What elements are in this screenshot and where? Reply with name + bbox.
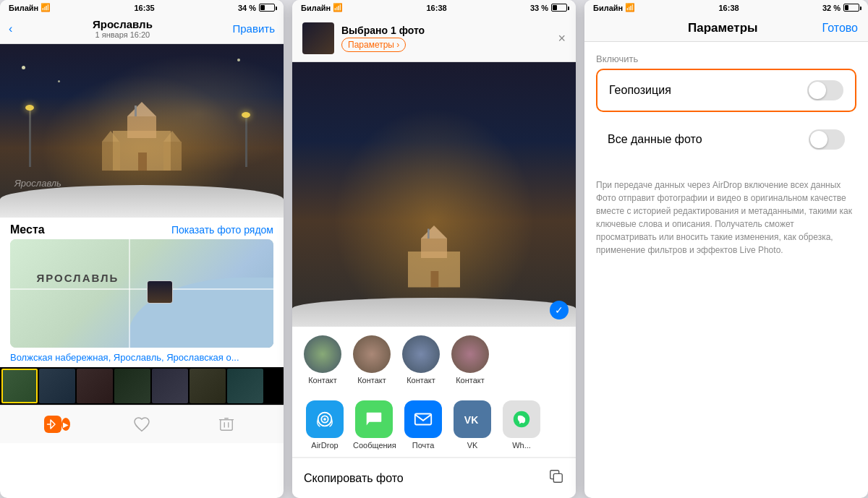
messages-svg [364,409,384,429]
carrier-3: Билайн [593,4,623,12]
map-pin-image [148,281,172,303]
avatar-3 [402,335,440,373]
mail-svg [413,409,433,429]
contact-name-1: Контакт [304,376,341,385]
all-photo-data-toggle[interactable] [809,129,845,150]
thumb-0[interactable] [1,369,38,403]
share-header: Выбрано 1 фото Параметры › × [292,15,576,62]
messages-label: Сообщения [353,441,395,450]
light-1 [22,66,25,69]
contact-2[interactable]: Контакт [353,335,391,385]
status-right-2: 33 % [530,4,567,12]
close-button[interactable]: × [558,31,566,46]
map-address[interactable]: Волжская набережная, Ярославль, Ярославс… [0,348,284,367]
map-area[interactable]: ЯРОСЛАВЛЬ [10,239,273,348]
contact-4[interactable]: Контакт [451,335,489,385]
share-icon [44,416,61,433]
geoposition-row: Геопозиция [596,69,856,112]
svg-rect-1 [127,116,156,138]
battery-fill-2 [553,5,557,10]
thumb-3[interactable] [114,369,150,403]
geoposition-label: Геопозиция [609,84,671,97]
share-svg [46,418,59,431]
app-messages[interactable]: Сообщения [353,400,395,450]
page-subtitle-1: 1 января 16:20 [93,30,153,39]
carrier-1: Билайн [9,4,38,12]
status-left-3: Билайн 📶 [593,3,635,12]
thumb-4[interactable] [152,369,188,403]
trash-icon [218,416,234,433]
lamp-post-2 [245,116,247,167]
app-more[interactable]: Wh... [501,400,542,450]
nav-bar-1: ‹ Ярославль 1 января 16:20 Править [0,15,284,44]
contact-3[interactable]: Контакт [402,335,440,385]
time-1: 16:35 [134,4,154,12]
vk-icon: VK [454,400,491,438]
map-pin [147,280,173,304]
light-3 [58,80,60,82]
thumb-2[interactable] [77,369,113,403]
back-button-1[interactable]: ‹ [9,22,12,35]
contact-name-4: Контакт [451,376,489,385]
status-left-1: Билайн 📶 [9,3,51,12]
nav-title-1: Ярославль 1 января 16:20 [93,18,153,39]
svg-rect-7 [163,142,182,171]
svg-point-21 [323,418,326,421]
page-title-1: Ярославль [93,18,153,30]
enable-section: Включить Геопозиция Все данные фото [584,42,868,173]
svg-rect-15 [421,239,447,258]
main-photo-1: Ярославль [0,44,284,218]
checkmark-circle: ✓ [550,301,569,319]
phone-3: Билайн 📶 16:38 32 % Параметры Готово Вкл… [584,0,868,498]
done-button[interactable]: Готово [822,22,858,35]
share-meta: Выбрано 1 фото Параметры › [341,25,550,52]
places-header: Места Показать фото рядом [0,218,284,239]
copy-label: Скопировать фото [304,472,404,485]
lamp-2 [242,112,250,118]
church-area-2 [387,226,481,291]
vk-label: VK [451,441,493,450]
lamp-1 [25,105,34,111]
copy-action-row[interactable]: Скопировать фото [292,458,576,498]
vk-svg: VK [462,409,482,429]
svg-marker-2 [127,102,156,116]
app-airdrop[interactable]: AirDrop [304,400,346,450]
thumb-5[interactable] [190,369,226,403]
map-road-vertical [129,239,130,348]
contact-1[interactable]: Контакт [304,335,341,385]
app-mail[interactable]: Почта [402,400,444,450]
phone-2: Билайн 📶 16:38 33 % Выбрано 1 фото Парам… [292,0,576,498]
svg-rect-17 [427,229,430,239]
edit-button-1[interactable]: Править [232,22,275,35]
copy-svg [548,468,564,484]
airdrop-label: AirDrop [304,441,346,450]
show-nearby-link[interactable]: Показать фото рядом [171,224,273,236]
battery-fill-1 [260,5,265,10]
airdrop-svg [315,409,335,429]
thumb-1[interactable] [39,369,75,403]
svg-text:VK: VK [464,414,478,426]
battery-pct-3: 32 % [822,4,841,12]
battery-icon-3 [843,4,859,12]
svg-rect-5 [102,142,120,171]
whatsapp-svg [511,409,532,429]
share-button[interactable]: ▶ [44,411,70,437]
app-vk[interactable]: VK VK [451,400,493,450]
whatsapp-icon [503,400,540,438]
snow-ground-2 [292,298,576,327]
mail-label: Почта [402,441,444,450]
airdrop-icon [306,400,344,438]
status-left-2: Билайн 📶 [301,3,343,12]
thumb-6[interactable] [227,369,263,403]
arrow-badge: ▶ [61,418,70,431]
bottom-toolbar-1: ▶ [0,405,284,443]
messages-icon [355,400,393,438]
geoposition-toggle[interactable] [807,80,843,100]
like-button[interactable] [129,411,155,437]
delete-button[interactable] [213,411,239,437]
status-bar-3: Билайн 📶 16:38 32 % [584,0,868,15]
params-button[interactable]: Параметры › [341,38,406,52]
svg-rect-25 [553,473,562,482]
params-nav: Параметры Готово [584,15,868,42]
all-photo-data-label: Все данные фото [608,133,702,146]
